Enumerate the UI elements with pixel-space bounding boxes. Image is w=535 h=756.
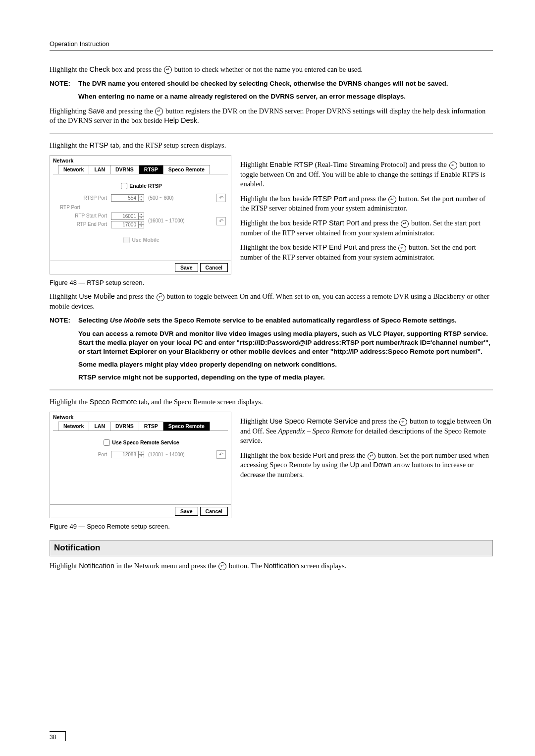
body-text: Highlight the box beside RTP Start Port … (240, 218, 493, 238)
use-mobile-checkbox[interactable]: Use Mobile (121, 235, 159, 245)
enter-icon: ↵ (368, 452, 375, 460)
cancel-button[interactable]: Cancel (200, 263, 228, 272)
divider (50, 133, 493, 134)
rtp-port-section: RTP Port (60, 204, 226, 211)
page-number: 38 (50, 731, 66, 741)
note: RTSP service might not be supported, dep… (78, 373, 493, 382)
enter-icon: ↵ (164, 66, 172, 74)
tab-speco-remote[interactable]: Speco Remote (163, 422, 210, 431)
rtp-start-label: RTP Start Port (55, 213, 109, 219)
rtsp-setup-panel: Network Network LAN DVRNS RTSP Speco Rem… (50, 155, 231, 274)
tab-dvrns[interactable]: DVRNS (110, 422, 139, 431)
panel-title: Network (50, 156, 231, 164)
note: NOTE: The DVR name you entered should be… (50, 79, 493, 88)
rtp-end-label: RTP End Port (55, 221, 109, 228)
tab-dvrns[interactable]: DVRNS (110, 165, 139, 174)
rtp-start-input[interactable]: 16001 ▲▼ (111, 213, 144, 220)
figure-caption: Figure 48 — RTSP setup screen. (50, 278, 231, 287)
enter-icon: ↵ (401, 220, 409, 228)
note: You can access a remote DVR and monitor … (78, 329, 493, 357)
rtsp-port-input[interactable]: 554 ▲▼ (111, 194, 144, 202)
undo-icon[interactable]: ↶ (216, 194, 226, 202)
body-text: Highlight the box beside RTSP Port and p… (240, 194, 493, 214)
range-label: (16001 ~ 17000) (148, 217, 185, 224)
undo-icon[interactable]: ↶ (216, 217, 226, 225)
tab-rtsp[interactable]: RTSP (139, 422, 163, 431)
enter-icon: ↵ (155, 108, 163, 115)
enter-icon: ↵ (218, 562, 226, 570)
note: When entering no name or a name already … (78, 92, 493, 101)
range-label: (12001 ~ 14000) (148, 451, 185, 458)
divider (50, 389, 493, 390)
save-button[interactable]: Save (175, 507, 198, 516)
note: Some media players might play video prop… (78, 360, 493, 369)
save-button[interactable]: Save (175, 263, 198, 272)
figure-caption: Figure 49 — Speco Remote setup screen. (50, 522, 231, 531)
undo-icon[interactable]: ↶ (216, 450, 226, 459)
rtp-end-input[interactable]: 17000 ▲▼ (111, 221, 144, 228)
body-text: Highlight Use Speco Remote Service and p… (240, 417, 493, 446)
body-text: Highlight Use Mobile and press the ↵ but… (50, 292, 493, 311)
tab-rtsp[interactable]: RTSP (139, 165, 163, 174)
enter-icon: ↵ (157, 293, 164, 301)
page-header: Operation Instruction (50, 40, 493, 51)
body-text: Highlight the box beside RTP End Port an… (240, 243, 493, 262)
section-heading: Notification (50, 540, 493, 556)
enter-icon: ↵ (398, 244, 406, 252)
rtsp-port-label: RTSP Port (55, 195, 109, 202)
tab-lan[interactable]: LAN (89, 165, 110, 174)
cancel-button[interactable]: Cancel (200, 507, 228, 516)
body-text: Highlighting Save and pressing the ↵ but… (50, 107, 493, 126)
tab-network[interactable]: Network (58, 422, 89, 431)
tab-speco-remote[interactable]: Speco Remote (163, 165, 210, 174)
body-text: Highlight the box beside Port and press … (240, 451, 493, 480)
note: NOTE: Selecting Use Mobile sets the Spec… (50, 316, 493, 325)
enter-icon: ↵ (388, 196, 396, 204)
port-input[interactable]: 12088 ▲▼ (111, 451, 144, 458)
body-text: Highlight Enable RTSP (Real-Time Streami… (240, 160, 493, 189)
port-label: Port (55, 451, 109, 458)
enter-icon: ↵ (399, 418, 407, 426)
enter-icon: ↵ (449, 162, 457, 169)
panel-title: Network (50, 412, 231, 421)
speco-remote-panel: Network Network LAN DVRNS RTSP Speco Rem… (50, 412, 231, 518)
body-text: Highlight the RTSP tab, and the RTSP set… (50, 141, 493, 151)
body-text: Highlight Notification in the Network me… (50, 561, 493, 571)
tab-network[interactable]: Network (58, 165, 89, 174)
tab-lan[interactable]: LAN (89, 422, 110, 431)
range-label: (500 ~ 600) (148, 195, 173, 202)
use-speco-checkbox[interactable]: Use Speco Remote Service (102, 438, 179, 447)
body-text: Highlight the Speco Remote tab, and the … (50, 397, 493, 407)
enable-rtsp-checkbox[interactable]: Enable RTSP (119, 181, 161, 191)
body-text: Highlight the Check box and press the ↵ … (50, 65, 493, 75)
